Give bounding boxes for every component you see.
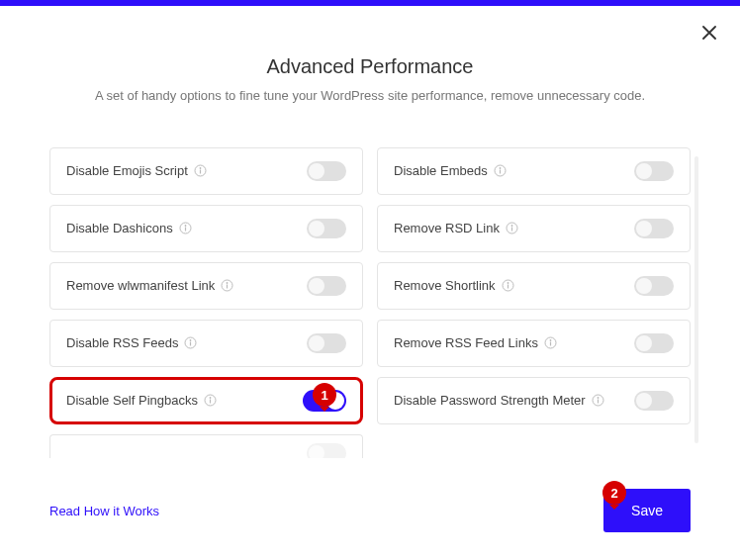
option-disable-dashicons: Disable Dashicons — [49, 205, 363, 252]
option-label: Disable Emojis Script — [66, 163, 188, 178]
toggle[interactable] — [307, 276, 346, 296]
info-icon[interactable] — [204, 394, 217, 407]
option-disable-emojis: Disable Emojis Script — [49, 147, 363, 195]
footer: Read How it Works Save — [0, 489, 740, 532]
toggle[interactable] — [634, 219, 674, 238]
svg-point-22 — [507, 282, 509, 284]
option-label: Disable Embeds — [394, 163, 488, 178]
option-label: Disable RSS Feeds — [66, 335, 178, 350]
svg-rect-26 — [550, 342, 551, 346]
svg-point-28 — [597, 397, 599, 399]
toggle[interactable] — [634, 391, 674, 411]
toggle[interactable] — [307, 443, 346, 458]
annotation-marker-1: 1 — [313, 383, 336, 407]
toggle[interactable] — [634, 333, 674, 353]
info-icon[interactable] — [179, 222, 192, 234]
info-icon[interactable] — [506, 222, 518, 234]
svg-rect-14 — [210, 400, 211, 404]
page-subtitle: A set of handy options to fine tune your… — [40, 86, 700, 106]
options-column-left: Disable Emojis Script Disable Dashicons … — [49, 147, 363, 458]
svg-rect-5 — [185, 228, 186, 232]
svg-point-10 — [190, 339, 192, 341]
close-icon[interactable] — [702, 26, 716, 43]
option-remove-rsd-link: Remove RSD Link — [377, 205, 691, 252]
options-column-right: Disable Embeds Remove RSD Link Remove Sh… — [377, 147, 691, 458]
option-label: Remove RSS Feed Links — [394, 335, 538, 350]
option-remove-rss-feed-links: Remove RSS Feed Links — [377, 320, 691, 367]
page-header: Advanced Performance A set of handy opti… — [0, 6, 740, 116]
option-label: Remove RSD Link — [394, 221, 500, 235]
option-remove-wlwmanifest: Remove wlwmanifest Link — [49, 262, 363, 310]
info-icon[interactable] — [184, 336, 197, 349]
option-disable-embeds: Disable Embeds — [377, 147, 691, 195]
option-label: Remove wlwmanifest Link — [66, 278, 215, 293]
options-grid: Disable Emojis Script Disable Dashicons … — [0, 116, 740, 458]
svg-point-25 — [550, 339, 552, 341]
toggle[interactable] — [307, 333, 346, 353]
info-icon[interactable] — [502, 279, 514, 292]
info-icon[interactable] — [194, 164, 207, 177]
toggle[interactable] — [307, 219, 346, 238]
option-label: Remove Shortlink — [394, 278, 496, 293]
info-icon[interactable] — [494, 164, 507, 177]
option-disable-password-strength: Disable Password Strength Meter — [377, 377, 691, 424]
svg-rect-23 — [508, 285, 509, 289]
option-label: Disable Self Pingbacks — [66, 393, 198, 408]
how-it-works-link[interactable]: Read How it Works — [49, 504, 159, 518]
option-partial — [49, 434, 363, 458]
svg-point-13 — [210, 397, 212, 399]
toggle[interactable] — [634, 161, 674, 181]
info-icon[interactable] — [544, 336, 557, 349]
svg-rect-17 — [500, 170, 501, 174]
svg-point-19 — [511, 225, 513, 227]
option-disable-rss-feeds: Disable RSS Feeds — [49, 320, 363, 367]
svg-rect-29 — [598, 400, 599, 404]
toggle[interactable] — [634, 276, 674, 296]
svg-rect-11 — [190, 342, 191, 346]
page-title: Advanced Performance — [40, 55, 700, 78]
option-label: Disable Password Strength Meter — [394, 393, 586, 408]
scrollbar[interactable] — [694, 156, 698, 443]
svg-point-4 — [184, 225, 186, 227]
svg-point-1 — [199, 167, 201, 169]
svg-rect-2 — [200, 170, 201, 174]
option-remove-shortlink: Remove Shortlink — [377, 262, 691, 310]
annotation-marker-2: 2 — [602, 481, 626, 505]
svg-point-7 — [227, 282, 229, 284]
info-icon[interactable] — [592, 394, 604, 407]
info-icon[interactable] — [221, 279, 233, 292]
svg-point-16 — [499, 167, 501, 169]
svg-rect-20 — [511, 228, 512, 232]
toggle[interactable] — [307, 161, 346, 181]
option-label: Disable Dashicons — [66, 221, 173, 235]
svg-rect-8 — [227, 285, 228, 289]
